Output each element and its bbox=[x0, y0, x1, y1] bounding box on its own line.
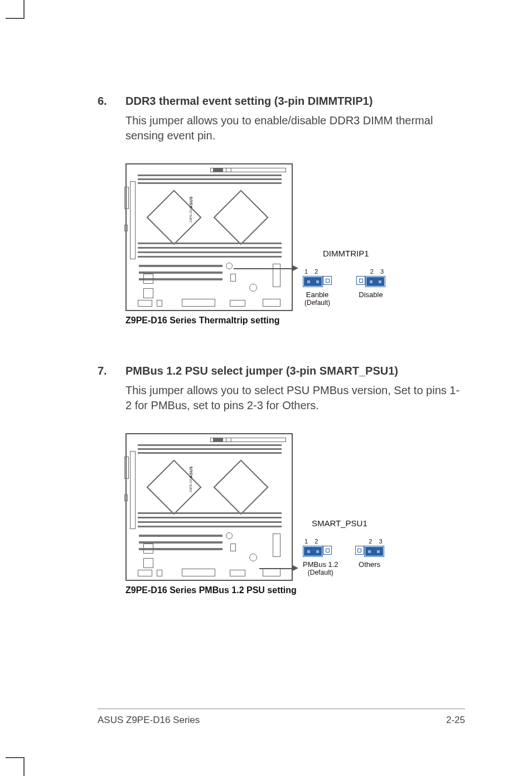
crop-mark-bottom-left bbox=[6, 754, 28, 776]
section-item-7: 7. PMBus 1.2 PSU select jumper (3-pin SM… bbox=[98, 365, 465, 595]
section-item-6: 6. DDR3 thermal event setting (3-pin DIM… bbox=[98, 95, 465, 326]
crop-mark-top-left bbox=[6, 0, 28, 22]
jumper-name: SMART_PSU1 bbox=[312, 518, 384, 528]
pin-label: 2 bbox=[315, 538, 318, 545]
jumper-option-sub: (Default) bbox=[303, 299, 332, 307]
jumper-name: DIMMTRIP1 bbox=[323, 249, 385, 258]
jumper-option-sub: (Default) bbox=[303, 569, 338, 576]
figure-caption: Z9PE-D16 Series Thermaltrip setting bbox=[125, 316, 471, 326]
section-number: 6. bbox=[98, 95, 110, 108]
jumper-option-pmbus: 1 2 PMBus 1.2 (Default) bbox=[303, 538, 338, 576]
board-model-label: Z9PE-D16 bbox=[189, 207, 192, 222]
page: 6. DDR3 thermal event setting (3-pin DIM… bbox=[0, 0, 532, 776]
pin-label: 3 bbox=[380, 268, 384, 275]
pin-label: 1 bbox=[304, 268, 308, 275]
section-number: 7. bbox=[98, 365, 110, 377]
figure-block-dimmtrip: ASUS Z9PE-D16 bbox=[125, 163, 471, 326]
pin-label: 3 bbox=[379, 538, 382, 545]
jumper-option-disable: 2 3 Disable bbox=[356, 268, 385, 299]
section-title: PMBus 1.2 PSU select jumper (3-pin SMART… bbox=[125, 365, 398, 377]
jumper-option-label: Others bbox=[355, 560, 384, 569]
jumper-option-label: PMBus 1.2 bbox=[303, 560, 338, 569]
jumper-option-enable: 1 2 Eanble (Default) bbox=[303, 268, 332, 307]
figure-block-smartpsu: ASUS Z9PE-D16 bbox=[125, 433, 471, 595]
section-title: DDR3 thermal event setting (3-pin DIMMTR… bbox=[125, 95, 373, 108]
pin-label: 1 bbox=[304, 538, 308, 545]
jumper-diagram-smartpsu: SMART_PSU1 1 2 PMBus 1.2 (Default) bbox=[303, 518, 384, 581]
section-heading: 7. PMBus 1.2 PSU select jumper (3-pin SM… bbox=[98, 365, 465, 377]
page-footer: ASUS Z9PE-D16 Series 2-25 bbox=[98, 709, 465, 726]
jumper-option-others: 2 3 Others bbox=[355, 538, 384, 569]
section-body: This jumper allows you to enable/disable… bbox=[125, 113, 465, 143]
pin-label: 2 bbox=[315, 268, 318, 275]
figure-caption: Z9PE-D16 Series PMBus 1.2 PSU setting bbox=[125, 585, 471, 595]
board-brand-label: ASUS bbox=[189, 466, 193, 478]
jumper-diagram-dimmtrip: DIMMTRIP1 1 2 Eanble (Default) bbox=[303, 249, 385, 311]
board-model-label: Z9PE-D16 bbox=[189, 477, 192, 492]
footer-left: ASUS Z9PE-D16 Series bbox=[98, 715, 200, 726]
jumper-option-label: Eanble bbox=[303, 290, 332, 299]
motherboard-diagram: ASUS Z9PE-D16 bbox=[125, 163, 293, 311]
jumper-option-label: Disable bbox=[356, 290, 385, 299]
pin-label: 2 bbox=[370, 268, 374, 275]
section-heading: 6. DDR3 thermal event setting (3-pin DIM… bbox=[98, 95, 465, 108]
motherboard-diagram: ASUS Z9PE-D16 bbox=[125, 433, 293, 581]
footer-page-number: 2-25 bbox=[446, 715, 465, 726]
pin-label: 2 bbox=[369, 538, 372, 545]
board-brand-label: ASUS bbox=[189, 196, 193, 208]
section-body: This jumper allows you to select PSU PMB… bbox=[125, 383, 465, 413]
